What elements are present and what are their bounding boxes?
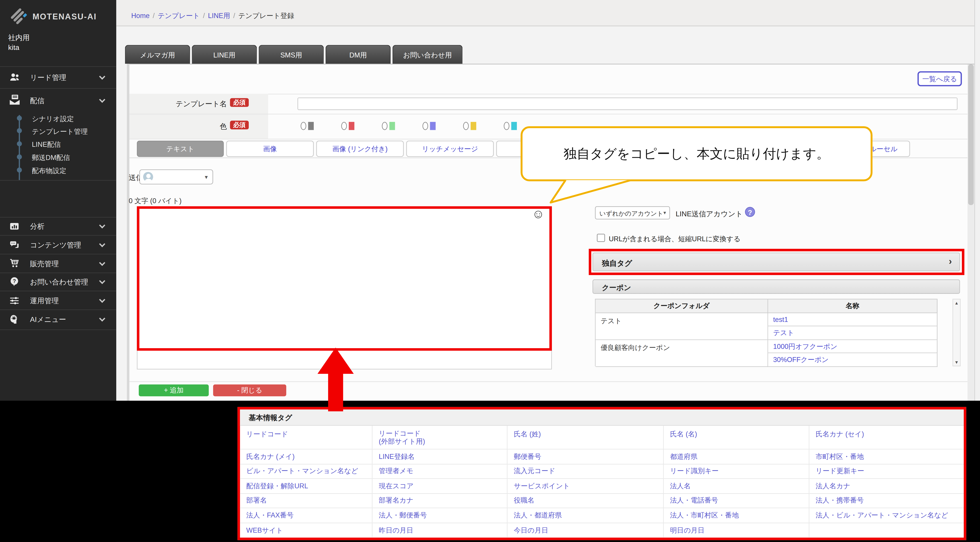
tag-link[interactable]: サービスポイント xyxy=(508,479,664,493)
tag-link[interactable]: 氏名カナ (メイ) xyxy=(240,450,372,464)
breadcrumb-line[interactable]: LINE用 xyxy=(208,12,230,19)
tag-link[interactable]: リードコード (外部サイト用) xyxy=(372,426,508,450)
chevron-down-icon xyxy=(99,278,105,284)
color-radio-red[interactable] xyxy=(341,122,347,130)
window-scrollbar[interactable] xyxy=(974,0,980,401)
tag-link[interactable]: リード更新キー xyxy=(810,464,964,479)
tag-link[interactable]: 氏名カナ (セイ) xyxy=(810,426,964,450)
tab-inquiry[interactable]: お問い合わせ用 xyxy=(393,45,462,65)
tag-link[interactable]: リードコード xyxy=(240,426,372,450)
tag-link[interactable]: 法人・電話番号 xyxy=(664,493,810,508)
coupon-link[interactable]: テスト xyxy=(768,326,937,340)
tag-link[interactable]: 現在スコア xyxy=(372,479,508,493)
subtab-image[interactable]: 画像 xyxy=(226,140,314,157)
tag-link[interactable]: 明日の月日 xyxy=(664,523,810,537)
sidebar-item-content[interactable]: コンテンツ管理 xyxy=(0,235,116,254)
subtab-text[interactable]: テキスト xyxy=(137,140,224,157)
add-button[interactable]: + 追加 xyxy=(139,384,209,396)
tag-link[interactable]: 都道府県 xyxy=(664,450,810,464)
color-swatch-green xyxy=(389,122,395,130)
tag-link[interactable]: ビル・アパート・マンション名など xyxy=(240,464,372,479)
avatar-icon xyxy=(143,172,153,182)
tag-link[interactable]: 配信登録・解除URL xyxy=(240,479,372,493)
tab-mailmagazine[interactable]: メルマガ用 xyxy=(125,45,190,64)
required-badge: 必須 xyxy=(230,98,249,107)
tag-link[interactable]: リード識別キー xyxy=(664,464,810,479)
panel-scrollbar-thumb[interactable] xyxy=(968,64,974,205)
sidebar-item-ai[interactable]: AIメニュー xyxy=(0,309,116,330)
tag-link[interactable]: 法人・市町村区・番地 xyxy=(664,508,810,523)
tag-link[interactable]: 部署名 xyxy=(240,493,372,508)
coupon-accordion[interactable]: クーポン xyxy=(592,279,960,294)
scroll-up-icon[interactable]: ▲ xyxy=(955,301,959,305)
tag-link[interactable]: 役職名 xyxy=(508,493,664,508)
tag-link[interactable]: 郵便番号 xyxy=(508,450,664,464)
template-name-label: テンプレート名 xyxy=(129,99,227,109)
scroll-down-icon[interactable]: ▼ xyxy=(955,360,959,365)
breadcrumb-current: テンプレート登録 xyxy=(238,12,294,19)
tag-link[interactable]: 法人・郵便番号 xyxy=(372,508,508,523)
tag-link[interactable]: 法人・FAX番号 xyxy=(240,508,372,523)
coupon-link[interactable]: 1000円オフクーポン xyxy=(768,340,937,353)
tag-link[interactable]: 管理者メモ xyxy=(372,464,508,479)
tag-link[interactable]: 昨日の月日 xyxy=(372,523,508,537)
sidebar-item-lead[interactable]: リード管理 xyxy=(0,66,116,88)
help-icon[interactable]: ? xyxy=(745,207,755,217)
tag-link[interactable]: 今日の月日 xyxy=(508,523,664,537)
breadcrumb-home[interactable]: Home xyxy=(131,12,150,19)
color-radio-gray[interactable] xyxy=(301,122,306,130)
panel-left-strip xyxy=(127,64,129,400)
tab-dm[interactable]: DM用 xyxy=(326,45,391,64)
coupon-scrollbar[interactable]: ▲ ▼ xyxy=(953,299,961,366)
coupon-link[interactable]: 30%OFFクーポン xyxy=(768,353,937,367)
bullet-icon xyxy=(17,141,22,146)
color-radio-yellow[interactable] xyxy=(463,122,469,130)
sidebar-item-dm-delivery[interactable]: 郵送DM配信 xyxy=(32,153,70,163)
tag-link[interactable]: 部署名カナ xyxy=(372,493,508,508)
template-name-input[interactable] xyxy=(298,97,958,110)
tag-link[interactable]: 法人・携帯番号 xyxy=(810,493,964,508)
subtab-image-link[interactable]: 画像 (リンク付き) xyxy=(316,140,404,157)
sidebar-item-analytics[interactable]: 分析 xyxy=(0,217,116,235)
tab-sms[interactable]: SMS用 xyxy=(259,45,324,64)
color-radio-green[interactable] xyxy=(382,122,388,130)
tag-link[interactable]: 市町村区・番地 xyxy=(810,450,964,464)
coupon-name-header: 名称 xyxy=(768,300,937,313)
color-radio-cyan[interactable] xyxy=(504,122,509,130)
shorten-url-checkbox[interactable] xyxy=(597,234,605,242)
divider xyxy=(129,381,967,382)
sidebar-item-sales[interactable]: 販売管理 xyxy=(0,254,116,273)
app-window: MOTENASU-AI 社内用 kita リード管理 配信 シナリオ設定 テンプ… xyxy=(0,0,980,542)
chat-icon xyxy=(9,239,20,251)
line-account-select[interactable]: いずれかのアカウント ▼ xyxy=(595,206,670,220)
tag-link[interactable]: 法人名カナ xyxy=(810,479,964,493)
sidebar-item-inquiry[interactable]: ? お問い合わせ管理 xyxy=(0,273,116,290)
tag-link[interactable]: 法人・都道府県 xyxy=(508,508,664,523)
sidebar-item-operation[interactable]: 運用管理 xyxy=(0,291,116,309)
tag-link[interactable]: 流入元コード xyxy=(508,464,664,479)
close-button[interactable]: - 閉じる xyxy=(213,384,286,396)
tag-panel-title: 基本情報タグ xyxy=(249,413,292,422)
breadcrumb-bar: Home/テンプレート/LINE用/テンプレート登録 xyxy=(116,0,980,26)
tag-link[interactable]: WEBサイト xyxy=(240,523,372,537)
back-to-list-button[interactable]: 一覧へ戻る xyxy=(917,71,962,86)
sidebar-item-line-delivery[interactable]: LINE配信 xyxy=(32,140,61,150)
color-radio-purple[interactable] xyxy=(423,122,428,130)
tab-line[interactable]: LINE用 xyxy=(192,45,257,64)
sender-select[interactable]: ▼ xyxy=(139,169,213,184)
chevron-down-icon xyxy=(99,316,105,322)
tag-link[interactable]: 氏名 (姓) xyxy=(508,426,664,450)
tag-link[interactable]: 氏名 (名) xyxy=(664,426,810,450)
tag-link[interactable]: 法人・ビル・アパート・マンション名など xyxy=(810,508,964,523)
annotation-callout: 独自タグをコピーし、本文に貼り付けます。 xyxy=(520,126,872,181)
sidebar-item-distribution[interactable]: 配布物設定 xyxy=(32,166,66,175)
sidebar-item-template[interactable]: テンプレート管理 xyxy=(32,127,88,136)
tag-link[interactable]: 法人名 xyxy=(664,479,810,493)
breadcrumb-template[interactable]: テンプレート xyxy=(158,12,200,19)
subtab-richmessage[interactable]: リッチメッセージ xyxy=(406,140,494,157)
annotation-arrow-shaft xyxy=(328,373,343,411)
sidebar-item-scenario[interactable]: シナリオ設定 xyxy=(32,115,74,124)
sidebar-item-delivery[interactable]: 配信 xyxy=(0,88,116,112)
tag-link[interactable]: LINE登録名 xyxy=(372,450,508,464)
coupon-link[interactable]: test1 xyxy=(768,313,937,326)
